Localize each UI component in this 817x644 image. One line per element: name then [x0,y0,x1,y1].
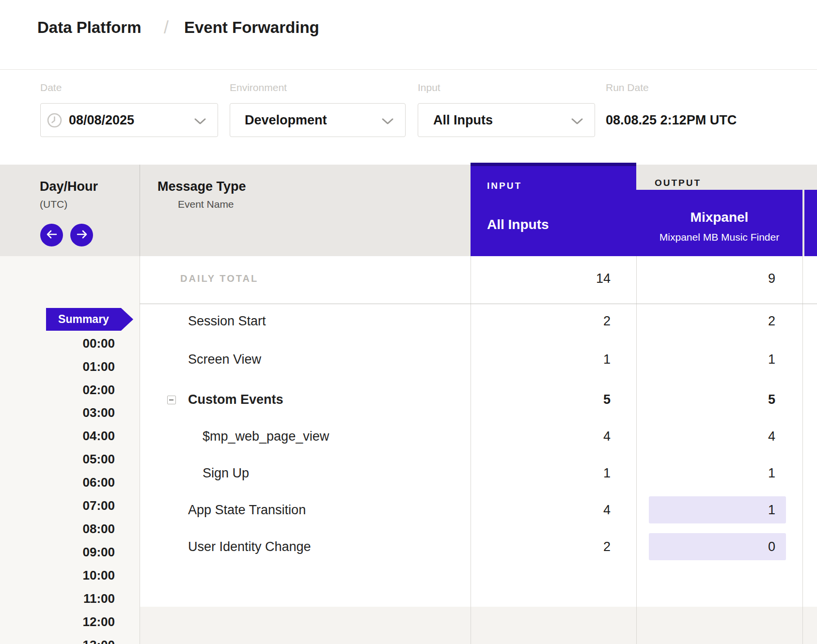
input-dropdown[interactable]: All Inputs [418,103,595,137]
environment-value: Development [245,113,327,128]
row-label: User Identity Change [188,528,311,565]
output-cell: 0 [601,528,775,565]
date-value: 08/08/2025 [69,113,134,128]
mixpanel-subtitle: Mixpanel MB Music Finder [636,231,802,243]
hour-row-07[interactable]: 07:00 [0,495,115,516]
message-type-subtitle: Event Name [178,198,234,211]
run-date-value: 08.08.25 2:12PM UTC [606,113,737,127]
input-section-label: INPUT [487,180,522,192]
mixpanel-title: Mixpanel [636,210,802,225]
table-row-app-state-transition: App State Transition 4 1 [140,491,817,528]
input-cell: 2 [436,303,611,339]
daily-total-output-value: 9 [601,260,775,297]
date-dropdown[interactable]: 08/08/2025 [40,103,218,137]
hour-row-10[interactable]: 10:00 [0,565,115,586]
row-label: Screen View [188,341,261,378]
hour-row-08[interactable]: 08:00 [0,518,115,539]
table-row-mp-web-page-view: $mp_web_page_view 4 4 [140,418,817,455]
environment-dropdown[interactable]: Development [230,103,406,137]
row-label: Custom Events [188,381,283,418]
event-forwarding-screen: Data Platform / Event Forwarding Date En… [0,0,817,644]
day-hour-subtitle: (UTC) [40,198,67,211]
row-label: Session Start [188,303,266,339]
input-cell: 1 [436,455,611,491]
hour-row-11[interactable]: 11:00 [0,588,115,609]
table-footer-band [140,607,817,644]
message-type-header: Message Type [157,179,246,194]
row-label: App State Transition [188,491,306,528]
summary-row-tag[interactable]: Summary [46,308,133,331]
input-value: All Inputs [433,113,493,128]
chevron-down-icon [194,118,206,126]
arrow-right-icon [76,230,88,241]
hour-row-05[interactable]: 05:00 [0,448,115,470]
header-divider [0,69,817,70]
breadcrumb-separator: / [164,17,169,38]
header-column-divider [140,165,140,256]
input-column-header[interactable]: INPUT All Inputs [471,163,636,256]
hour-row-02[interactable]: 02:00 [0,379,115,400]
row-label: $mp_web_page_view [203,418,329,455]
hour-row-03[interactable]: 03:00 [0,402,115,423]
output-cell: 5 [601,381,775,418]
input-cell: 1 [436,341,611,378]
hour-row-06[interactable]: 06:00 [0,472,115,493]
output-column-header-mixpanel[interactable]: Mixpanel Mixpanel MB Music Finder [636,190,802,256]
output-cell: 2 [601,303,775,339]
daily-total-input-value: 14 [436,260,611,297]
hour-row-13[interactable]: 13:00 [0,634,115,644]
output-cell: 1 [601,491,775,528]
next-output-column-stub [804,190,817,256]
daily-total-label: DAILY TOTAL [180,260,258,297]
input-column-title: All Inputs [487,216,549,233]
environment-filter-label: Environment [230,81,287,94]
output-section-label: OUTPUT [655,177,701,189]
run-date-label: Run Date [606,81,649,94]
table-row-user-identity-change: User Identity Change 2 0 [140,528,817,565]
output-cell: 1 [601,455,775,491]
page-title: Event Forwarding [184,17,319,38]
output-cell: 4 [601,418,775,455]
table-row-sign-up: Sign Up 1 1 [140,455,817,491]
daily-total-row: DAILY TOTAL 14 9 [140,260,817,297]
table-row-screen-view: Screen View 1 1 [140,341,817,378]
hour-row-04[interactable]: 04:00 [0,425,115,446]
table-row-session-start: Session Start 2 2 [140,303,817,339]
table-row-custom-events: Custom Events 5 5 [140,381,817,418]
arrow-left-icon [46,230,58,241]
summary-label: Summary [46,308,121,331]
input-filter-label: Input [418,81,440,94]
next-day-button[interactable] [70,224,93,246]
hour-row-12[interactable]: 12:00 [0,611,115,632]
hour-row-01[interactable]: 01:00 [0,356,115,377]
output-cell: 1 [601,341,775,378]
chevron-down-icon [382,118,393,126]
prev-day-button[interactable] [40,224,63,246]
collapse-minus-icon[interactable] [167,396,176,404]
input-cell: 4 [436,418,611,455]
clock-icon [47,113,62,128]
input-cell: 5 [436,381,611,418]
breadcrumb-data-platform[interactable]: Data Platform [37,17,141,38]
hour-row-00[interactable]: 00:00 [0,333,115,354]
input-cell: 4 [436,491,611,528]
input-cell: 2 [436,528,611,565]
hour-row-09[interactable]: 09:00 [0,541,115,563]
chevron-down-icon [571,118,583,126]
date-filter-label: Date [40,81,62,94]
day-hour-header: Day/Hour [40,179,98,194]
row-label: Sign Up [203,455,249,491]
